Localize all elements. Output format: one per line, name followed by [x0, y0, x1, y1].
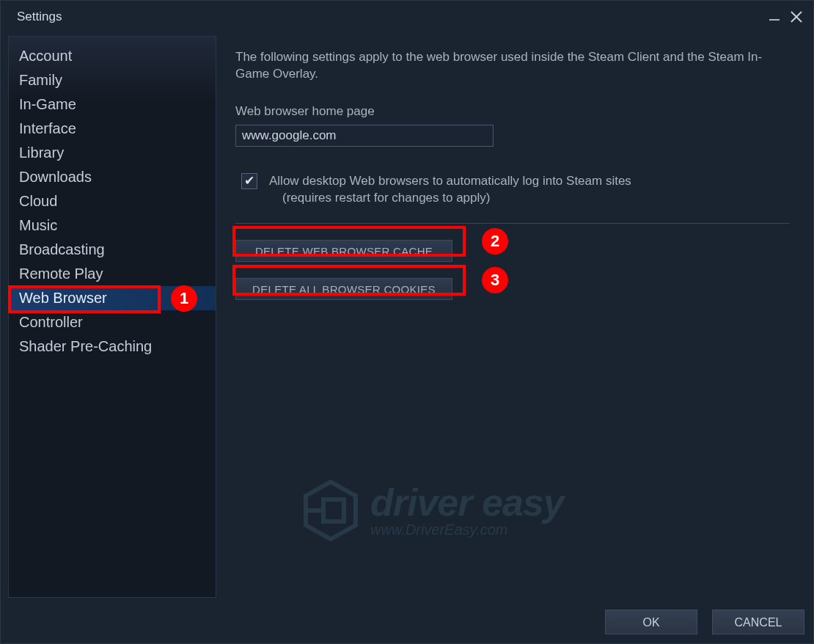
sidebar-item-label: Shader Pre-Caching — [19, 338, 152, 354]
cancel-label: CANCEL — [735, 616, 782, 629]
sidebar-item-label: Web Browser — [19, 290, 107, 306]
dialog-footer: OK CANCEL — [605, 610, 804, 634]
sidebar-item-family[interactable]: Family — [9, 68, 216, 92]
sidebar-item-label: Controller — [19, 314, 83, 330]
close-icon[interactable] — [790, 10, 803, 23]
sidebar-item-label: Account — [19, 48, 72, 64]
sidebar-item-label: Broadcasting — [19, 241, 105, 257]
homepage-label: Web browser home page — [235, 103, 790, 120]
sidebar-item-controller[interactable]: Controller — [9, 310, 216, 334]
sidebar-item-account[interactable]: Account — [9, 44, 216, 68]
sidebar-item-label: Downloads — [19, 169, 92, 185]
allow-desktop-line2: (requires restart for changes to apply) — [269, 190, 631, 207]
delete-cache-button[interactable]: DELETE WEB BROWSER CACHE — [235, 240, 452, 262]
sidebar-item-music[interactable]: Music — [9, 213, 216, 238]
allow-desktop-line1: Allow desktop Web browsers to automatica… — [269, 173, 631, 190]
panel-description: The following settings apply to the web … — [235, 49, 790, 83]
sidebar-item-label: Cloud — [19, 193, 57, 209]
sidebar-item-remote-play[interactable]: Remote Play — [9, 262, 216, 286]
settings-sidebar: Account Family In-Game Interface Library… — [8, 36, 216, 598]
sidebar-item-label: Library — [19, 144, 64, 161]
sidebar-item-label: Family — [19, 72, 62, 88]
ok-label: OK — [642, 616, 659, 629]
titlebar: Settings — [1, 1, 813, 33]
sidebar-item-label: Remote Play — [19, 266, 103, 282]
window-title: Settings — [17, 10, 62, 24]
sidebar-item-web-browser[interactable]: Web Browser — [9, 286, 216, 310]
ok-button[interactable]: OK — [605, 610, 697, 634]
sidebar-item-broadcasting[interactable]: Broadcasting — [9, 238, 216, 262]
allow-desktop-checkbox[interactable]: ✔ — [241, 173, 257, 189]
sidebar-item-shader-pre-caching[interactable]: Shader Pre-Caching — [9, 334, 216, 359]
delete-cookies-button[interactable]: DELETE ALL BROWSER COOKIES — [235, 278, 452, 300]
minimize-icon[interactable] — [769, 19, 780, 21]
sidebar-item-library[interactable]: Library — [9, 141, 216, 165]
delete-cookies-label: DELETE ALL BROWSER COOKIES — [252, 283, 436, 296]
cancel-button[interactable]: CANCEL — [712, 610, 804, 634]
window-controls — [769, 10, 803, 23]
homepage-input[interactable] — [235, 125, 494, 147]
sidebar-item-label: In-Game — [19, 96, 76, 112]
allow-desktop-text: Allow desktop Web browsers to automatica… — [269, 173, 631, 207]
delete-cache-label: DELETE WEB BROWSER CACHE — [255, 245, 433, 257]
sidebar-item-interface[interactable]: Interface — [9, 117, 216, 141]
sidebar-item-label: Interface — [19, 120, 76, 136]
sidebar-item-label: Music — [19, 217, 57, 233]
settings-window: Settings Account Family In-Game Interfac… — [0, 0, 814, 644]
allow-desktop-row: ✔ Allow desktop Web browsers to automati… — [235, 173, 790, 207]
sidebar-item-in-game[interactable]: In-Game — [9, 92, 216, 117]
sidebar-item-downloads[interactable]: Downloads — [9, 165, 216, 189]
body-area: Account Family In-Game Interface Library… — [1, 33, 813, 598]
sidebar-item-cloud[interactable]: Cloud — [9, 189, 216, 213]
content-panel: The following settings apply to the web … — [216, 36, 806, 598]
